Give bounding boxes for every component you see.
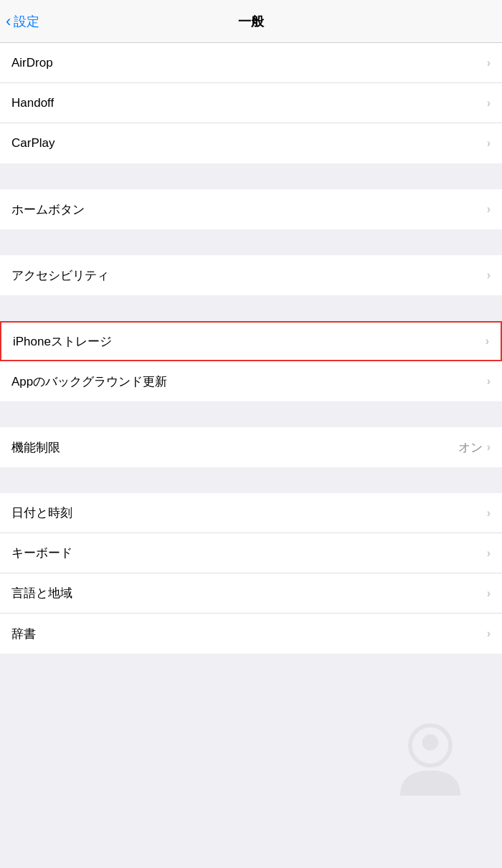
row-keyboard[interactable]: キーボード › — [0, 533, 502, 573]
section-accessibility: アクセシビリティ › — [0, 255, 502, 295]
language-region-right: › — [487, 587, 491, 600]
airdrop-right: › — [487, 57, 491, 70]
dictionary-right: › — [487, 627, 491, 640]
datetime-label: 日付と時刻 — [11, 505, 72, 521]
restrictions-label: 機能制限 — [11, 439, 60, 456]
section-storage: iPhoneストレージ › Appのバックグラウンド更新 › — [0, 321, 502, 401]
airdrop-label: AirDrop — [11, 56, 53, 70]
home-button-label: ホームボタン — [11, 201, 85, 218]
background-refresh-label: Appのバックグラウンド更新 — [11, 373, 167, 390]
row-handoff[interactable]: Handoff › — [0, 83, 502, 123]
home-button-right: › — [487, 203, 491, 216]
row-accessibility[interactable]: アクセシビリティ › — [0, 255, 502, 295]
keyboard-right: › — [487, 547, 491, 560]
language-region-label: 言語と地域 — [11, 585, 72, 601]
row-dictionary[interactable]: 辞書 › — [0, 614, 502, 654]
row-home-button[interactable]: ホームボタン › — [0, 189, 502, 229]
background-refresh-chevron-icon: › — [487, 375, 491, 388]
dictionary-label: 辞書 — [11, 626, 36, 642]
back-chevron-icon: ‹ — [6, 12, 11, 31]
background-refresh-right: › — [487, 375, 491, 388]
datetime-chevron-icon: › — [487, 507, 491, 520]
row-restrictions[interactable]: 機能制限 オン › — [0, 427, 502, 467]
row-datetime[interactable]: 日付と時刻 › — [0, 493, 502, 533]
restrictions-right: オン › — [458, 439, 491, 456]
divider-3 — [0, 295, 502, 321]
section-restrictions: 機能制限 オン › — [0, 427, 502, 467]
restrictions-chevron-icon: › — [487, 441, 491, 454]
carplay-right: › — [487, 137, 491, 150]
svg-point-0 — [410, 725, 450, 766]
home-button-chevron-icon: › — [487, 203, 491, 216]
keyboard-chevron-icon: › — [487, 547, 491, 560]
section-home-button: ホームボタン › — [0, 189, 502, 229]
datetime-right: › — [487, 507, 491, 520]
restrictions-value: オン — [458, 439, 483, 456]
page-title: 一般 — [238, 13, 264, 30]
back-button[interactable]: ‹ 設定 — [6, 12, 39, 31]
carplay-label: CarPlay — [11, 136, 55, 151]
divider-5 — [0, 467, 502, 493]
divider-1 — [0, 163, 502, 189]
language-region-chevron-icon: › — [487, 587, 491, 600]
divider-4 — [0, 401, 502, 427]
svg-point-1 — [422, 735, 438, 750]
accessibility-label: アクセシビリティ — [11, 267, 109, 284]
iphone-storage-right: › — [486, 335, 489, 348]
handoff-right: › — [487, 97, 491, 110]
iphone-storage-chevron-icon: › — [486, 335, 489, 348]
section-connectivity: AirDrop › Handoff › CarPlay › — [0, 43, 502, 163]
row-iphone-storage[interactable]: iPhoneストレージ › — [0, 321, 502, 361]
section-datetime: 日付と時刻 › キーボード › 言語と地域 › 辞書 › — [0, 493, 502, 654]
watermark — [380, 710, 480, 811]
accessibility-right: › — [487, 269, 491, 282]
keyboard-label: キーボード — [11, 545, 72, 561]
handoff-label: Handoff — [11, 96, 54, 110]
row-airdrop[interactable]: AirDrop › — [0, 43, 502, 83]
navigation-bar: ‹ 設定 一般 — [0, 0, 502, 43]
dictionary-chevron-icon: › — [487, 627, 491, 640]
row-language-region[interactable]: 言語と地域 › — [0, 573, 502, 614]
iphone-storage-label: iPhoneストレージ — [13, 333, 112, 350]
handoff-chevron-icon: › — [487, 97, 491, 110]
row-background-refresh[interactable]: Appのバックグラウンド更新 › — [0, 361, 502, 401]
accessibility-chevron-icon: › — [487, 269, 491, 282]
carplay-chevron-icon: › — [487, 137, 491, 150]
back-label: 設定 — [14, 13, 39, 30]
settings-content: AirDrop › Handoff › CarPlay › ホームボタン › — [0, 43, 502, 654]
airdrop-chevron-icon: › — [487, 57, 491, 70]
row-carplay[interactable]: CarPlay › — [0, 123, 502, 163]
divider-2 — [0, 229, 502, 255]
